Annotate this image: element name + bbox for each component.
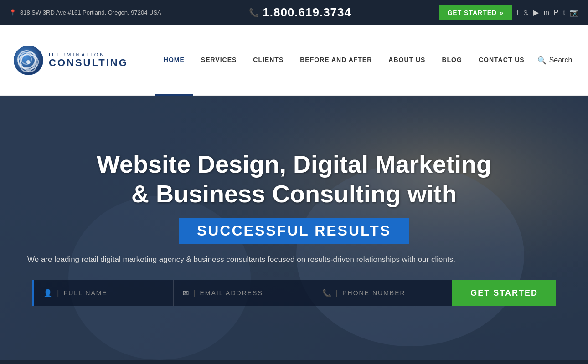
linkedin-icon[interactable]: in: [543, 9, 549, 17]
email-field: ✉ |: [174, 280, 313, 306]
logo-text-2: CONSULTING: [49, 57, 128, 68]
phone-form-icon: 📞: [322, 289, 331, 297]
search-label: Search: [549, 56, 573, 64]
instagram-icon[interactable]: 📷: [570, 8, 579, 17]
pinterest-icon[interactable]: P: [554, 9, 559, 17]
svg-point-4: [26, 60, 30, 64]
nav-search[interactable]: 🔍 Search: [537, 56, 573, 65]
full-name-field: 👤 |: [34, 280, 174, 306]
hero-subtitle: We are leading retail digital marketing …: [18, 255, 570, 264]
hero-highlight: SUCCESSFUL RESULTS: [179, 218, 409, 244]
nav-home[interactable]: HOME: [155, 25, 193, 96]
hero-submit-button[interactable]: GET STARTED: [452, 280, 556, 306]
phone-icon: 📞: [249, 8, 259, 18]
phone-number: 1.800.619.3734: [263, 5, 351, 20]
nav-contact[interactable]: CONTACT US: [470, 25, 533, 96]
email-icon: ✉: [183, 289, 189, 297]
brands-bar: 🔷 HTML5 🔶 Magento ⭕ WordPress 🏠 Houzz 🔵 …: [0, 360, 588, 364]
address-section: 📍 818 SW 3RD Ave #161 Portland, Oregon, …: [9, 9, 161, 16]
address-text: 818 SW 3RD Ave #161 Portland, Oregon, 97…: [20, 9, 161, 16]
logo[interactable]: ILLUMINATION CONSULTING: [14, 46, 128, 75]
facebook-icon[interactable]: f: [516, 9, 518, 17]
social-icons: f 𝕏 ▶ in P t 📷: [516, 8, 579, 17]
top-bar-actions: GET STARTED » f 𝕏 ▶ in P t 📷: [439, 5, 579, 20]
phone-field: 📞 |: [313, 280, 453, 306]
nav-bar: ILLUMINATION CONSULTING HOME SERVICES CL…: [0, 25, 588, 96]
hero-form: 👤 | ✉ | 📞 | GET STARTED: [32, 280, 556, 306]
phone-input[interactable]: [342, 280, 443, 306]
email-input[interactable]: [200, 280, 303, 306]
search-icon: 🔍: [537, 56, 547, 65]
nav-blog[interactable]: BLOG: [433, 25, 470, 96]
nav-services[interactable]: SERVICES: [193, 25, 245, 96]
hero-form-fields: 👤 | ✉ | 📞 |: [34, 280, 452, 306]
get-started-arrows: »: [500, 9, 504, 16]
twitter-icon[interactable]: 𝕏: [523, 8, 529, 17]
hero-section: Website Design, Digital Marketing & Busi…: [0, 96, 588, 360]
location-icon: 📍: [9, 9, 16, 16]
nav-clients[interactable]: CLIENTS: [245, 25, 292, 96]
get-started-top-button[interactable]: GET STARTED »: [439, 5, 512, 20]
nav-before-after[interactable]: BEFORE AND AFTER: [292, 25, 380, 96]
get-started-top-label: GET STARTED: [447, 9, 497, 16]
svg-point-1: [18, 55, 38, 69]
hero-content: Website Design, Digital Marketing & Busi…: [0, 149, 588, 306]
nav-links: HOME SERVICES CLIENTS BEFORE AND AFTER A…: [155, 25, 574, 96]
hero-title: Website Design, Digital Marketing & Busi…: [18, 149, 570, 209]
top-bar: 📍 818 SW 3RD Ave #161 Portland, Oregon, …: [0, 0, 588, 25]
full-name-input[interactable]: [64, 280, 164, 306]
phone-section: 📞 1.800.619.3734: [249, 5, 351, 20]
youtube-icon[interactable]: ▶: [533, 8, 539, 17]
tumblr-icon[interactable]: t: [563, 9, 565, 17]
logo-icon: [14, 46, 43, 75]
nav-about[interactable]: ABOUT US: [380, 25, 433, 96]
person-icon: 👤: [43, 289, 52, 297]
